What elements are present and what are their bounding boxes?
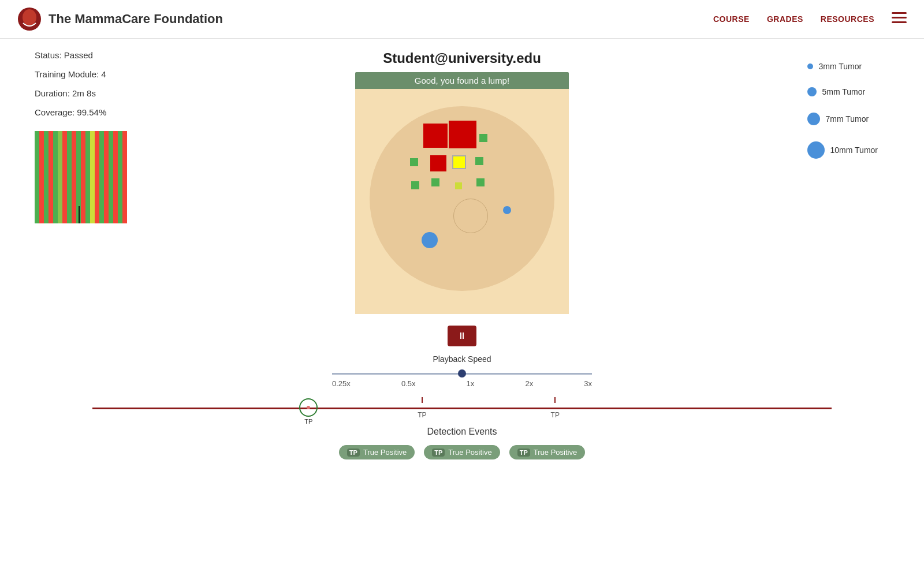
timeline-thumb-label: TP [299,418,318,425]
timeline-thumb-circle[interactable] [299,398,318,417]
speed-slider-container: 0.25x 0.5x 1x 2x 3x [332,368,592,388]
legend-dot-3mm [807,63,813,69]
main-content: Status: Passed Training Module: 4 Durati… [0,39,924,483]
training-module-stat: Training Module: 4 [35,69,162,79]
legend-7mm: 7mm Tumor [807,113,878,125]
svg-rect-7 [39,131,44,223]
playback-controls: ⏸ Playback Speed 0.25x 0.5x 1x 2x 3x [318,326,606,390]
svg-rect-14 [72,131,76,223]
speed-track[interactable] [332,373,592,375]
hamburger-menu-icon[interactable] [892,12,907,26]
timeline-container: TP TP TP [58,408,866,409]
legend-10mm: 10mm Tumor [807,141,878,159]
legend-label-3mm: 3mm Tumor [819,62,862,71]
detection-badge-3: TP True Positive [509,445,585,459]
site-title: The MammaCare Foundation [49,12,223,27]
status-stat: Status: Passed [35,50,162,60]
pause-icon: ⏸ [457,331,467,341]
svg-rect-9 [49,131,53,223]
tumor-red-large1 [423,124,448,148]
student-email: Student@university.edu [383,50,541,66]
tumor-red-med [430,155,446,171]
tumor-green4 [411,181,419,189]
timeline-track[interactable]: TP TP TP [92,408,832,409]
svg-rect-26 [79,206,80,223]
speed-thumb[interactable] [458,369,466,378]
speed-label-1: 1x [467,379,475,388]
svg-rect-8 [44,131,49,223]
legend-dot-7mm [807,113,820,125]
tumor-red-large2 [449,121,476,148]
svg-rect-23 [113,131,118,223]
detection-section: Detection Events TP True Positive TP Tru… [339,427,585,459]
nav-resources[interactable]: RESOURCES [821,14,874,24]
badge-label-1: True Positive [363,448,407,457]
speed-label-05: 0.5x [401,379,416,388]
detected-lump-blue [422,232,438,248]
badge-label-2: True Positive [448,448,491,457]
svg-rect-3 [892,17,907,18]
tp-tick-1 [422,397,423,403]
svg-rect-2 [892,12,907,14]
badge-tp-3: TP [517,449,530,457]
legend-3mm: 3mm Tumor [807,62,878,71]
timeline-tp-1: TP [418,397,426,419]
nav-grades[interactable]: GRADES [767,14,803,24]
svg-rect-20 [99,131,104,223]
svg-rect-25 [122,131,127,223]
tumor-green5 [431,178,439,186]
speed-labels: 0.25x 0.5x 1x 2x 3x [332,379,592,388]
speed-label-2: 2x [525,379,533,388]
logo-icon [17,7,42,31]
timeline-thumb-dot [307,406,310,409]
speed-label-3: 3x [584,379,592,388]
tumor-yellow-small [455,182,462,189]
svg-point-1 [23,9,36,25]
tumor-green6 [476,178,485,186]
nav-course[interactable]: COURSE [713,14,750,24]
detected-dot-small [503,206,511,214]
badge-tp-1: TP [347,449,360,457]
svg-rect-18 [90,131,95,223]
legend-5mm: 5mm Tumor [807,87,878,96]
speed-label-025: 0.25x [332,379,351,388]
left-panel: Status: Passed Training Module: 4 Durati… [35,50,162,226]
tumor-green3 [475,157,483,165]
tumor-green1 [479,134,487,142]
svg-rect-22 [109,131,113,223]
detection-badges: TP True Positive TP True Positive TP Tru… [339,445,585,459]
svg-rect-21 [104,131,109,223]
coverage-chart [35,131,127,223]
coverage-stat: Coverage: 99.54% [35,107,162,117]
svg-rect-11 [58,131,62,223]
svg-rect-4 [892,21,907,23]
header: The MammaCare Foundation COURSE GRADES R… [0,0,924,39]
status-bar: Good, you found a lump! [355,72,569,89]
header-left: The MammaCare Foundation [17,7,223,31]
header-nav: COURSE GRADES RESOURCES [713,12,907,26]
exam-container: Good, you found a lump! [355,72,569,314]
detection-title: Detection Events [339,427,585,437]
svg-rect-10 [53,131,58,223]
nipple-circle [453,199,488,233]
playback-speed-label: Playback Speed [433,354,491,364]
breast-canvas [355,89,569,314]
pause-button[interactable]: ⏸ [448,326,476,346]
badge-label-3: True Positive [534,448,577,457]
tp-label-1: TP [418,411,426,419]
svg-rect-24 [118,131,122,223]
svg-rect-13 [67,131,72,223]
svg-rect-12 [62,131,67,223]
legend-label-10mm: 10mm Tumor [830,145,878,155]
right-legend: 3mm Tumor 5mm Tumor 7mm Tumor 10mm Tumor [807,62,878,175]
duration-stat: Duration: 2m 8s [35,88,162,98]
timeline-thumb-group[interactable]: TP [299,398,318,425]
legend-dot-10mm [807,141,825,159]
detection-badge-2: TP True Positive [424,445,500,459]
svg-rect-16 [81,131,85,223]
tp-label-2: TP [551,411,560,419]
legend-label-7mm: 7mm Tumor [826,114,869,124]
legend-label-5mm: 5mm Tumor [822,87,866,96]
legend-dot-5mm [807,87,817,96]
tumor-green2 [410,158,418,166]
